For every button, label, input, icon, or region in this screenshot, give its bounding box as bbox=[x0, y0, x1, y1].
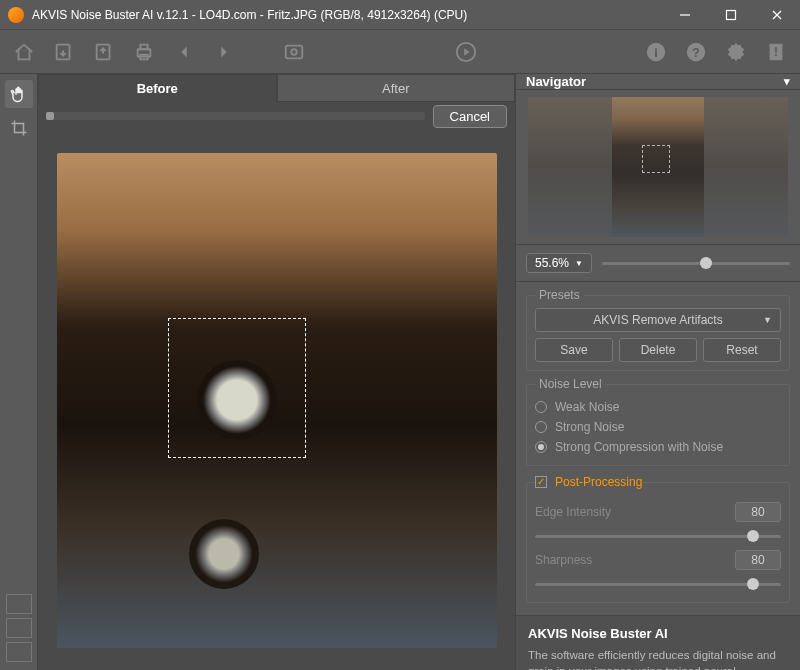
cancel-button[interactable]: Cancel bbox=[433, 105, 507, 128]
edge-intensity-slider[interactable] bbox=[535, 526, 781, 546]
tab-before[interactable]: Before bbox=[38, 74, 277, 102]
preset-save-button[interactable]: Save bbox=[535, 338, 613, 362]
app-icon bbox=[8, 7, 24, 23]
zoom-value[interactable]: 55.6%▼ bbox=[526, 253, 592, 273]
noise-level-title: Noise Level bbox=[535, 377, 606, 391]
window-title: AKVIS Noise Buster AI v.12.1 - LO4D.com … bbox=[32, 8, 662, 22]
alert-icon[interactable]: ! bbox=[762, 38, 790, 66]
play-button[interactable] bbox=[452, 38, 480, 66]
minimize-button[interactable] bbox=[662, 0, 708, 30]
close-button[interactable] bbox=[754, 0, 800, 30]
sharpness-slider[interactable] bbox=[535, 574, 781, 594]
hand-tool[interactable] bbox=[5, 80, 33, 108]
navigator-thumbnail bbox=[612, 97, 704, 237]
navigator-view[interactable] bbox=[516, 90, 800, 245]
tab-after[interactable]: After bbox=[277, 74, 516, 102]
preset-reset-button[interactable]: Reset bbox=[703, 338, 781, 362]
svg-rect-4 bbox=[140, 44, 147, 49]
crop-tool[interactable] bbox=[5, 114, 33, 142]
info-panel: AKVIS Noise Buster AI The software effic… bbox=[516, 616, 800, 670]
svg-text:?: ? bbox=[692, 44, 700, 59]
sharpness-label: Sharpness bbox=[535, 553, 727, 567]
radio-weak-noise[interactable]: Weak Noise bbox=[535, 397, 781, 417]
view-mode-1[interactable] bbox=[6, 594, 32, 614]
zoom-slider-thumb[interactable] bbox=[700, 257, 712, 269]
image-viewport[interactable] bbox=[38, 130, 515, 670]
edge-intensity-label: Edge Intensity bbox=[535, 505, 727, 519]
post-processing-toggle[interactable]: Post-Processing bbox=[535, 472, 642, 492]
presets-title: Presets bbox=[535, 288, 584, 302]
progress-bar bbox=[46, 112, 425, 120]
open-file-icon[interactable] bbox=[50, 38, 78, 66]
svg-point-7 bbox=[291, 49, 297, 55]
svg-text:!: ! bbox=[774, 44, 778, 58]
svg-rect-6 bbox=[286, 45, 303, 58]
sharpness-value[interactable]: 80 bbox=[735, 550, 781, 570]
svg-text:i: i bbox=[654, 44, 658, 59]
view-mode-3[interactable] bbox=[6, 642, 32, 662]
svg-rect-0 bbox=[727, 10, 736, 19]
radio-strong-compression[interactable]: Strong Compression with Noise bbox=[535, 437, 781, 457]
navigator-collapse-icon[interactable]: ▾ bbox=[784, 75, 790, 88]
preset-select[interactable]: AKVIS Remove Artifacts▼ bbox=[535, 308, 781, 332]
maximize-button[interactable] bbox=[708, 0, 754, 30]
help-icon[interactable]: ? bbox=[682, 38, 710, 66]
settings-badge-icon[interactable] bbox=[280, 38, 308, 66]
info-icon[interactable]: i bbox=[642, 38, 670, 66]
print-icon[interactable] bbox=[130, 38, 158, 66]
view-mode-2[interactable] bbox=[6, 618, 32, 638]
info-title: AKVIS Noise Buster AI bbox=[528, 626, 788, 641]
zoom-slider[interactable] bbox=[602, 253, 790, 273]
forward-arrow-icon[interactable] bbox=[210, 38, 238, 66]
gear-icon[interactable] bbox=[722, 38, 750, 66]
selection-rect[interactable] bbox=[168, 318, 306, 458]
navigator-title: Navigator bbox=[526, 74, 586, 89]
preset-delete-button[interactable]: Delete bbox=[619, 338, 697, 362]
radio-strong-noise[interactable]: Strong Noise bbox=[535, 417, 781, 437]
save-file-icon[interactable] bbox=[90, 38, 118, 66]
back-arrow-icon[interactable] bbox=[170, 38, 198, 66]
info-description: The software efficiently reduces digital… bbox=[528, 647, 788, 670]
home-icon[interactable] bbox=[10, 38, 38, 66]
navigator-selection[interactable] bbox=[642, 145, 670, 173]
edge-intensity-value[interactable]: 80 bbox=[735, 502, 781, 522]
